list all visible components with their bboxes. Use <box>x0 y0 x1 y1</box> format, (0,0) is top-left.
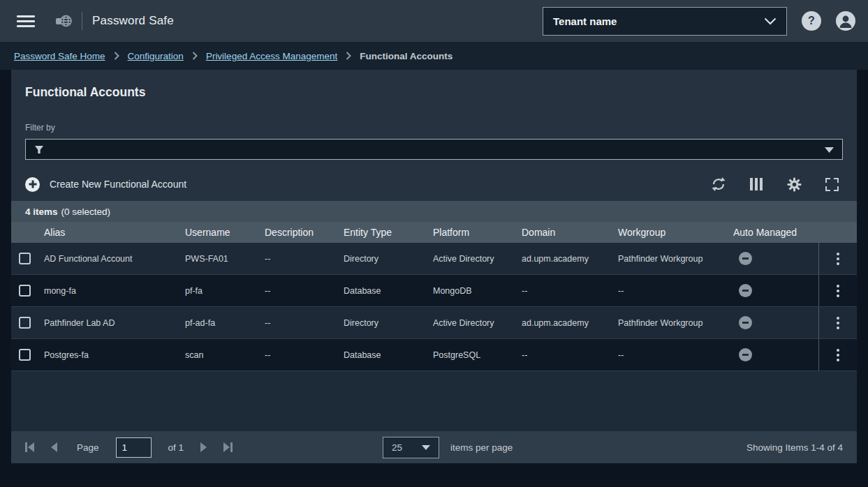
cell-domain: ad.upm.academy <box>522 254 618 264</box>
profile-button[interactable] <box>836 11 855 31</box>
tenant-selector-value: Tenant name <box>553 15 617 27</box>
column-header-auto-managed[interactable]: Auto Managed <box>733 227 818 238</box>
last-page-button[interactable] <box>223 442 233 452</box>
gear-icon <box>786 177 802 193</box>
grid-summary: 4 items (0 selected) <box>11 201 857 222</box>
last-page-icon <box>223 442 230 452</box>
columns-button[interactable] <box>748 176 765 193</box>
column-header-alias[interactable]: Alias <box>44 227 185 238</box>
grid-empty-area <box>11 371 857 431</box>
cell-description: -- <box>265 350 344 360</box>
column-header-entity-type[interactable]: Entity Type <box>344 227 433 238</box>
breadcrumb: Password Safe Home Configuration Privile… <box>0 42 868 70</box>
cell-alias: mong-fa <box>44 286 185 296</box>
cell-workgroup: -- <box>618 286 733 296</box>
items-per-page-select[interactable]: 25 <box>383 437 439 458</box>
auto-managed-disabled-icon <box>739 316 752 329</box>
password-safe-logo-icon <box>54 13 73 29</box>
breadcrumb-link-privileged-access-management[interactable]: Privileged Access Management <box>206 51 337 61</box>
cell-domain: -- <box>522 286 618 296</box>
chevron-right-icon <box>114 52 119 60</box>
previous-page-button[interactable] <box>51 442 57 452</box>
kebab-menu-icon <box>837 285 839 297</box>
cell-entity-type: Database <box>344 350 433 360</box>
menu-hamburger-icon[interactable] <box>17 15 35 27</box>
cell-alias: Pathfinder Lab AD <box>44 318 185 328</box>
chevron-down-icon <box>764 17 777 25</box>
plus-circle-icon <box>25 177 40 192</box>
cell-description: -- <box>265 318 344 328</box>
auto-managed-disabled-icon <box>739 348 752 361</box>
cell-workgroup: -- <box>618 350 733 360</box>
breadcrumb-link-password-safe-home[interactable]: Password Safe Home <box>14 51 105 61</box>
cell-username: pf-fa <box>185 286 265 296</box>
page-number-input[interactable] <box>116 437 152 458</box>
items-per-page-value: 25 <box>392 442 402 453</box>
cell-platform: Active Directory <box>433 254 522 264</box>
column-header-workgroup[interactable]: Workgroup <box>618 227 733 238</box>
row-checkbox[interactable] <box>19 349 31 361</box>
auto-managed-disabled-icon <box>739 252 752 265</box>
column-header-domain[interactable]: Domain <box>522 227 618 238</box>
cell-alias: AD Functional Account <box>44 254 185 264</box>
panel-header: Functional Accounts Filter by Create New… <box>11 70 857 201</box>
table-row[interactable]: AD Functional Account PWS-FA01 -- Direct… <box>11 243 857 275</box>
cell-entity-type: Directory <box>344 318 433 328</box>
column-header-platform[interactable]: Platform <box>433 227 522 238</box>
functional-accounts-panel: Functional Accounts Filter by Create New… <box>11 70 857 463</box>
app-title: Password Safe <box>92 14 174 28</box>
cell-domain: ad.upm.academy <box>522 318 618 328</box>
create-new-functional-account-button[interactable]: Create New Functional Account <box>25 177 186 192</box>
first-page-button[interactable] <box>25 442 34 452</box>
help-button[interactable]: ? <box>802 11 821 31</box>
kebab-menu-icon <box>837 349 839 361</box>
expand-button[interactable] <box>823 176 840 193</box>
items-per-page-label: items per page <box>450 442 513 453</box>
tenant-selector[interactable]: Tenant name <box>543 7 787 36</box>
kebab-menu-icon <box>837 317 839 329</box>
column-header-description[interactable]: Description <box>265 227 344 238</box>
chevron-down-icon <box>422 445 430 450</box>
top-app-bar: Password Safe Tenant name ? <box>0 0 868 42</box>
row-actions-menu-button[interactable] <box>818 307 857 338</box>
row-checkbox[interactable] <box>19 253 31 264</box>
column-header-username[interactable]: Username <box>185 227 265 238</box>
table-row[interactable]: mong-fa pf-fa -- Database MongoDB -- -- <box>11 275 857 307</box>
previous-page-icon <box>51 442 57 452</box>
row-checkbox[interactable] <box>19 285 31 297</box>
cell-username: pf-ad-fa <box>185 318 265 328</box>
user-icon <box>836 11 855 31</box>
chevron-right-icon <box>192 52 198 60</box>
cell-platform: MongoDB <box>433 286 522 296</box>
cell-domain: -- <box>522 350 618 360</box>
row-actions-menu-button[interactable] <box>818 243 857 274</box>
page-title: Functional Accounts <box>25 85 843 100</box>
row-actions-menu-button[interactable] <box>818 275 857 306</box>
refresh-icon <box>711 177 726 192</box>
cell-platform: Active Directory <box>433 318 522 328</box>
table-row[interactable]: Pathfinder Lab AD pf-ad-fa -- Directory … <box>11 307 857 339</box>
cell-entity-type: Database <box>344 286 433 296</box>
next-page-button[interactable] <box>200 442 207 452</box>
showing-items-label: Showing Items 1-4 of 4 <box>746 442 843 453</box>
cell-alias: Postgres-fa <box>44 350 185 360</box>
page-label: Page <box>77 442 99 453</box>
settings-button[interactable] <box>786 176 802 193</box>
filter-funnel-icon <box>34 145 44 154</box>
question-mark-icon: ? <box>808 15 815 27</box>
refresh-button[interactable] <box>710 176 727 193</box>
cell-description: -- <box>265 254 344 264</box>
cell-platform: PostgreSQL <box>433 350 522 360</box>
expand-fullscreen-icon <box>825 178 839 191</box>
chevron-right-icon <box>346 52 351 60</box>
row-checkbox[interactable] <box>19 317 31 329</box>
table-row[interactable]: Postgres-fa scan -- Database PostgreSQL … <box>11 339 857 371</box>
chevron-down-icon <box>825 143 834 156</box>
kebab-menu-icon <box>837 253 839 265</box>
next-page-icon <box>200 442 207 452</box>
cell-workgroup: Pathfinder Workgroup <box>618 254 733 264</box>
row-actions-menu-button[interactable] <box>818 339 857 370</box>
cell-username: PWS-FA01 <box>185 254 265 264</box>
filter-dropdown[interactable] <box>25 139 843 160</box>
breadcrumb-link-configuration[interactable]: Configuration <box>128 51 184 61</box>
